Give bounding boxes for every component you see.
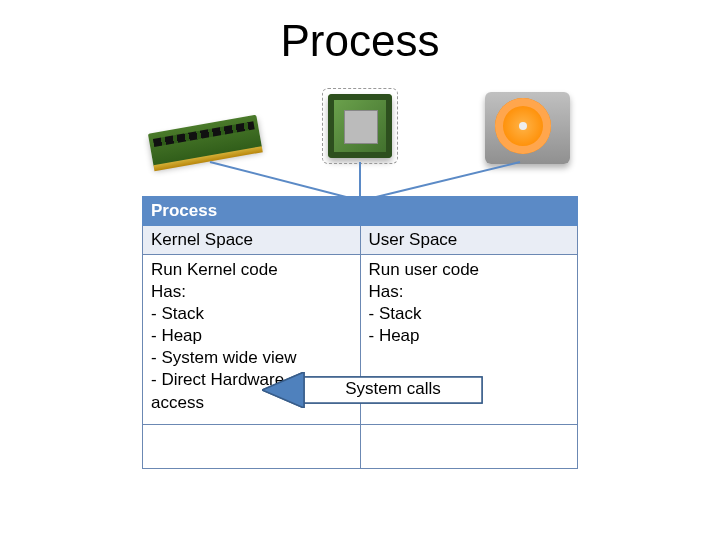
table-header-row: Process [143,197,578,226]
arrow-label: System calls [308,379,478,399]
page-title: Process [0,16,720,66]
arrow-cell-left [143,424,361,468]
svg-marker-5 [262,372,304,408]
hardware-row [150,90,570,170]
table-header: Process [143,197,578,226]
hdd-icon [450,90,570,170]
system-calls-arrow: System calls [262,372,484,408]
svg-line-2 [372,162,520,198]
table-subheader-row: Kernel Space User Space [143,226,578,255]
arrow-cell-right [360,424,578,468]
connector-lines [0,160,720,200]
cpu-icon [300,90,420,170]
svg-line-0 [210,162,350,198]
process-table: Process Kernel Space User Space Run Kern… [142,196,578,469]
col-user-space: User Space [360,226,578,255]
ram-icon [150,90,270,170]
col-kernel-space: Kernel Space [143,226,361,255]
table-arrow-row [143,424,578,468]
